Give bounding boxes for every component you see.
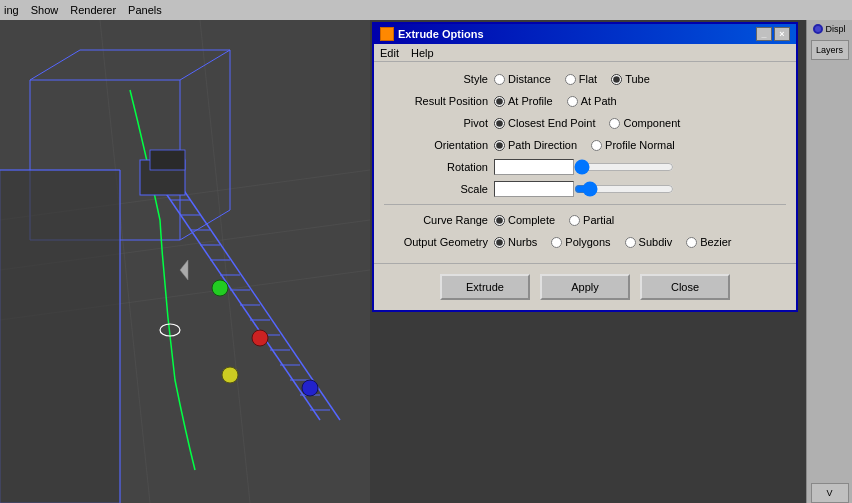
divider-1: [384, 204, 786, 205]
orientation-options: Path Direction Profile Normal: [494, 139, 675, 151]
orientation-profile-normal-label: Profile Normal: [605, 139, 675, 151]
extrude-button[interactable]: Extrude: [440, 274, 530, 300]
geometry-polygons-radio[interactable]: [551, 237, 562, 248]
pivot-closest-end-label: Closest End Point: [508, 117, 595, 129]
menu-item-show[interactable]: Show: [31, 4, 59, 16]
style-label: Style: [384, 73, 494, 85]
orientation-profile-normal[interactable]: Profile Normal: [591, 139, 675, 151]
style-flat-radio[interactable]: [565, 74, 576, 85]
top-menubar: ing Show Renderer Panels: [0, 0, 852, 20]
orientation-path-dir[interactable]: Path Direction: [494, 139, 577, 151]
scale-row: Scale 1.0000: [384, 180, 786, 198]
geometry-polygons-label: Polygons: [565, 236, 610, 248]
curve-range-partial[interactable]: Partial: [569, 214, 614, 226]
menu-item-renderer[interactable]: Renderer: [70, 4, 116, 16]
output-geometry-row: Output Geometry Nurbs Polygons Subdiv Be…: [384, 233, 786, 251]
rotation-slider[interactable]: [574, 160, 674, 174]
apply-button[interactable]: Apply: [540, 274, 630, 300]
geometry-bezier[interactable]: Bezier: [686, 236, 731, 248]
pivot-closest-end-radio[interactable]: [494, 118, 505, 129]
svg-point-42: [252, 330, 268, 346]
style-row: Style Distance Flat Tube: [384, 70, 786, 88]
geometry-bezier-radio[interactable]: [686, 237, 697, 248]
style-flat[interactable]: Flat: [565, 73, 597, 85]
geometry-bezier-label: Bezier: [700, 236, 731, 248]
result-position-row: Result Position At Profile At Path: [384, 92, 786, 110]
pivot-options: Closest End Point Component: [494, 117, 680, 129]
rotation-input[interactable]: 0.0000: [494, 159, 574, 175]
orientation-row: Orientation Path Direction Profile Norma…: [384, 136, 786, 154]
curve-range-complete[interactable]: Complete: [494, 214, 555, 226]
curve-range-options: Complete Partial: [494, 214, 614, 226]
v-button[interactable]: V: [811, 483, 849, 503]
menu-item-panels[interactable]: Panels: [128, 4, 162, 16]
geometry-nurbs-radio[interactable]: [494, 237, 505, 248]
geometry-subdiv-radio[interactable]: [625, 237, 636, 248]
geometry-subdiv[interactable]: Subdiv: [625, 236, 673, 248]
style-flat-label: Flat: [579, 73, 597, 85]
minimize-button[interactable]: _: [756, 27, 772, 41]
dialog-buttons: Extrude Apply Close: [374, 263, 796, 310]
display-radio[interactable]: Displ: [813, 24, 845, 34]
curve-range-row: Curve Range Complete Partial: [384, 211, 786, 229]
close-dialog-button[interactable]: Close: [640, 274, 730, 300]
curve-range-complete-radio[interactable]: [494, 215, 505, 226]
dialog-content: Style Distance Flat Tube Result Position: [374, 62, 796, 263]
close-button[interactable]: ×: [774, 27, 790, 41]
orientation-label: Orientation: [384, 139, 494, 151]
dialog-titlebar: Extrude Options _ ×: [374, 24, 796, 44]
rotation-label: Rotation: [384, 161, 494, 173]
style-tube-radio[interactable]: [611, 74, 622, 85]
scale-label: Scale: [384, 183, 494, 195]
output-geometry-label: Output Geometry: [384, 236, 494, 248]
style-options: Distance Flat Tube: [494, 73, 650, 85]
geometry-polygons[interactable]: Polygons: [551, 236, 610, 248]
style-distance-label: Distance: [508, 73, 551, 85]
menu-help[interactable]: Help: [411, 47, 434, 59]
dialog-title: Extrude Options: [398, 28, 484, 40]
geometry-nurbs-label: Nurbs: [508, 236, 537, 248]
result-position-label: Result Position: [384, 95, 494, 107]
curve-range-label: Curve Range: [384, 214, 494, 226]
orientation-path-dir-radio[interactable]: [494, 140, 505, 151]
layers-button[interactable]: Layers: [811, 40, 849, 60]
svg-rect-38: [0, 170, 120, 503]
style-distance[interactable]: Distance: [494, 73, 551, 85]
dialog-menubar: Edit Help: [374, 44, 796, 62]
svg-point-44: [302, 380, 318, 396]
orientation-profile-normal-radio[interactable]: [591, 140, 602, 151]
display-label: Displ: [825, 24, 845, 34]
output-geometry-options: Nurbs Polygons Subdiv Bezier: [494, 236, 731, 248]
svg-rect-37: [150, 150, 185, 170]
pivot-closest-end[interactable]: Closest End Point: [494, 117, 595, 129]
style-tube-label: Tube: [625, 73, 650, 85]
position-at-profile[interactable]: At Profile: [494, 95, 553, 107]
viewport-scene: [0, 20, 370, 503]
geometry-nurbs[interactable]: Nurbs: [494, 236, 537, 248]
pivot-component-label: Component: [623, 117, 680, 129]
result-position-options: At Profile At Path: [494, 95, 617, 107]
pivot-component[interactable]: Component: [609, 117, 680, 129]
scale-slider[interactable]: [574, 182, 674, 196]
position-at-path[interactable]: At Path: [567, 95, 617, 107]
curve-range-partial-label: Partial: [583, 214, 614, 226]
style-distance-radio[interactable]: [494, 74, 505, 85]
dialog-icon: [380, 27, 394, 41]
menu-edit[interactable]: Edit: [380, 47, 399, 59]
position-at-path-label: At Path: [581, 95, 617, 107]
position-at-profile-label: At Profile: [508, 95, 553, 107]
pivot-label: Pivot: [384, 117, 494, 129]
scale-input[interactable]: 1.0000: [494, 181, 574, 197]
curve-range-complete-label: Complete: [508, 214, 555, 226]
svg-point-43: [222, 367, 238, 383]
orientation-path-dir-label: Path Direction: [508, 139, 577, 151]
curve-range-partial-radio[interactable]: [569, 215, 580, 226]
viewport: [0, 20, 370, 503]
position-at-profile-radio[interactable]: [494, 96, 505, 107]
position-at-path-radio[interactable]: [567, 96, 578, 107]
svg-point-41: [212, 280, 228, 296]
pivot-component-radio[interactable]: [609, 118, 620, 129]
menu-item-ing[interactable]: ing: [4, 4, 19, 16]
rotation-row: Rotation 0.0000: [384, 158, 786, 176]
style-tube[interactable]: Tube: [611, 73, 650, 85]
